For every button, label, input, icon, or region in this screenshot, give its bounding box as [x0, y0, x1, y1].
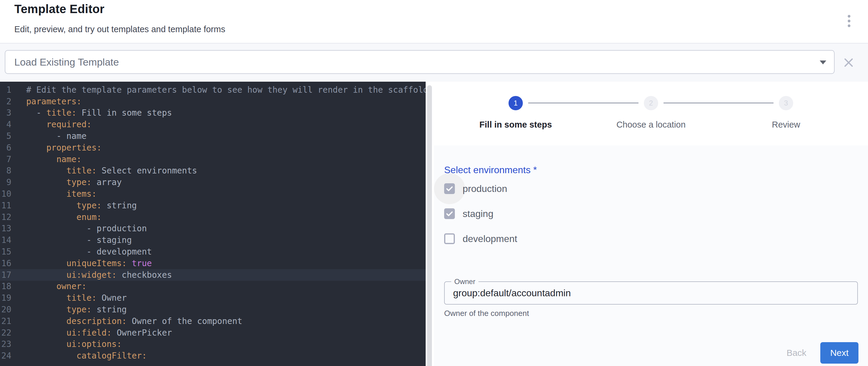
line-number: 15 [0, 247, 11, 256]
checkbox-label[interactable]: production [463, 183, 507, 194]
code-line[interactable]: 14 - staging [0, 234, 426, 246]
code-line[interactable]: 16 uniqueItems: true [0, 257, 426, 269]
line-number: 18 [0, 281, 11, 291]
line-text: catalogFilter: [26, 351, 147, 361]
page-header: Template Editor Edit, preview, and try o… [0, 0, 868, 43]
code-line[interactable]: 12 enum: [0, 211, 426, 223]
page-subtitle: Edit, preview, and try out templates and… [14, 25, 225, 34]
wizard-stepper: 1Fill in some steps2Choose a location3Re… [434, 82, 868, 146]
line-text: required: [26, 120, 92, 129]
code-line[interactable]: 6 properties: [0, 142, 426, 153]
code-line[interactable]: 19 title: Owner [0, 292, 426, 304]
line-text: - development [26, 247, 152, 256]
step-label: Choose a location [591, 120, 711, 130]
code-line[interactable]: 8 title: Select environments [0, 165, 426, 177]
owner-input-field[interactable]: Owner group:default/accountadmin [444, 281, 858, 305]
code-line[interactable]: 11 type: string [0, 200, 426, 211]
checkbox-checked[interactable] [444, 208, 455, 219]
check-icon [445, 209, 454, 218]
line-number: 10 [0, 189, 11, 199]
template-form-preview-panel: 1Fill in some steps2Choose a location3Re… [434, 82, 868, 366]
line-text: items: [26, 189, 97, 199]
line-text: parameters: [26, 97, 82, 106]
code-line[interactable]: 13 - production [0, 223, 426, 235]
checkbox-label[interactable]: development [463, 233, 517, 244]
code-line[interactable]: 7 name: [0, 153, 426, 165]
line-text: title: Select environments [26, 166, 197, 176]
load-existing-template-select[interactable]: Load Existing Template [5, 50, 835, 74]
line-number: 3 [0, 108, 11, 118]
kebab-dot [848, 25, 850, 27]
dropdown-caret-icon [820, 61, 826, 64]
line-number: 9 [0, 177, 11, 187]
line-number: 21 [0, 316, 11, 326]
line-number: 24 [0, 351, 11, 361]
back-button[interactable]: Back [780, 342, 813, 364]
clear-selection-button[interactable] [841, 55, 857, 70]
code-line[interactable]: 3 - title: Fill in some steps [0, 107, 426, 119]
form-step-content: Select environments * productionstagingd… [434, 146, 868, 366]
code-line[interactable]: 21 description: Owner of the component [0, 315, 426, 327]
line-number: 14 [0, 235, 11, 245]
line-number: 4 [0, 120, 11, 129]
line-number: 6 [0, 143, 11, 153]
step-label: Fill in some steps [456, 120, 575, 130]
line-text: name: [26, 154, 82, 164]
checkbox-unchecked[interactable] [444, 233, 455, 244]
line-number: 8 [0, 166, 11, 176]
line-text: uniqueItems: true [26, 258, 152, 268]
code-line[interactable]: 20 type: string [0, 304, 426, 315]
checkbox-row-production[interactable]: production [444, 182, 507, 196]
kebab-dot [848, 20, 850, 22]
code-line[interactable]: 1# Edit the template parameters below to… [0, 84, 426, 96]
select-placeholder: Load Existing Template [14, 51, 119, 73]
page-title: Template Editor [14, 2, 104, 16]
template-yaml-editor[interactable]: 1# Edit the template parameters below to… [0, 82, 426, 366]
line-text: properties: [26, 143, 102, 153]
line-number: 19 [0, 293, 11, 303]
step-number-badge: 2 [644, 96, 658, 110]
code-lines: 1# Edit the template parameters below to… [0, 84, 426, 362]
code-line[interactable]: 2parameters: [0, 96, 426, 107]
code-line[interactable]: 9 type: array [0, 177, 426, 188]
code-line[interactable]: 17 ui:widget: checkboxes [0, 269, 426, 281]
kebab-menu-icon[interactable] [841, 11, 857, 30]
line-text: description: Owner of the component [26, 316, 242, 326]
stepper-step-2: 3Review [726, 96, 846, 130]
code-line[interactable]: 5 - name [0, 130, 426, 142]
code-line[interactable]: 23 ui:options: [0, 339, 426, 350]
line-text: enum: [26, 212, 102, 222]
line-text: - name [26, 131, 87, 141]
code-line[interactable]: 24 catalogFilter: [0, 350, 426, 362]
line-text: ui:widget: checkboxes [26, 270, 172, 280]
line-text: - staging [26, 235, 132, 245]
code-line[interactable]: 18 owner: [0, 281, 426, 293]
code-line[interactable]: 10 items: [0, 188, 426, 200]
line-number: 13 [0, 223, 11, 233]
line-number: 12 [0, 212, 11, 222]
code-line[interactable]: 22 ui:field: OwnerPicker [0, 327, 426, 339]
line-text: - title: Fill in some steps [26, 108, 172, 118]
step-number-badge: 1 [508, 96, 523, 110]
kebab-dot [848, 15, 850, 18]
step-label: Review [726, 120, 846, 130]
template-select-toolbar: Load Existing Template [0, 43, 868, 82]
checkbox-row-development[interactable]: development [444, 232, 517, 246]
owner-field-value: group:default/accountadmin [453, 282, 571, 304]
line-text: # Edit the template parameters below to … [26, 85, 426, 95]
line-number: 20 [0, 305, 11, 314]
line-text: - production [26, 223, 147, 233]
code-line[interactable]: 4 required: [0, 119, 426, 130]
checkbox-label[interactable]: staging [463, 208, 493, 219]
line-number: 1 [0, 85, 11, 95]
next-button[interactable]: Next [820, 342, 859, 364]
checkbox-row-staging[interactable]: staging [444, 207, 493, 221]
line-number: 7 [0, 154, 11, 164]
checkbox-checked[interactable] [444, 183, 455, 194]
stepper-step-1: 2Choose a location [591, 96, 711, 130]
line-text: type: string [26, 201, 137, 210]
code-line[interactable]: 15 - development [0, 246, 426, 257]
editor-scrollbar-thumb[interactable] [427, 85, 432, 366]
step-number-badge: 3 [779, 96, 793, 110]
line-text: ui:field: OwnerPicker [26, 328, 172, 338]
